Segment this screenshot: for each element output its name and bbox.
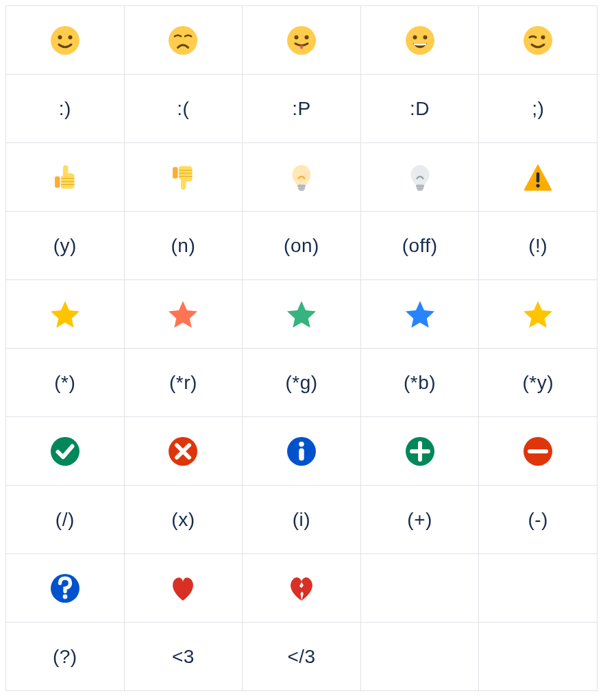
grin-icon-cell [360, 6, 479, 75]
shortcut-text: (!) [528, 235, 547, 256]
svg-point-6 [304, 35, 308, 39]
minus-icon-cell [479, 417, 598, 486]
warning-icon-cell [479, 143, 598, 212]
shortcut-text: :( [177, 98, 189, 119]
star-yellow2-icon-cell [479, 280, 598, 349]
shortcut-cell: :( [124, 75, 243, 143]
shortcut-text: ;) [532, 98, 544, 119]
sad-icon-cell [124, 6, 243, 75]
heart-icon [125, 555, 242, 621]
empty-cell-4-3-cell [360, 554, 479, 623]
sad-icon [125, 7, 242, 73]
shortcut-cell: (x) [124, 486, 243, 554]
shortcut-cell: (+) [360, 486, 479, 554]
shortcut-text: :) [59, 98, 71, 119]
shortcut-cell [360, 623, 479, 691]
shortcut-text: (*b) [404, 372, 436, 393]
thumbs-down-icon [125, 144, 242, 210]
shortcut-text: (*g) [285, 372, 317, 393]
star-green-icon-cell [243, 280, 361, 349]
svg-point-4 [287, 26, 316, 55]
svg-point-25 [299, 441, 304, 447]
question-icon [7, 555, 123, 621]
shortcut-text: <3 [172, 646, 195, 667]
svg-point-5 [294, 35, 298, 39]
shortcut-cell: (y) [6, 212, 125, 280]
shortcut-cell: (*) [6, 349, 125, 417]
shortcut-text: (*y) [522, 372, 554, 393]
svg-rect-12 [55, 176, 60, 188]
tongue-icon [243, 7, 360, 73]
shortcut-text: (-) [528, 509, 547, 530]
wink-icon [480, 7, 596, 73]
shortcut-cell: (off) [360, 212, 479, 280]
shortcut-text: (/) [56, 509, 75, 530]
svg-rect-18 [416, 187, 423, 189]
svg-point-7 [406, 26, 434, 55]
shortcut-cell: (*b) [360, 349, 479, 417]
svg-point-22 [51, 437, 79, 466]
shortcut-text: (x) [171, 509, 195, 530]
svg-rect-14 [297, 184, 306, 187]
svg-point-1 [58, 35, 62, 39]
thumbs-up-icon [7, 144, 123, 210]
empty [480, 555, 596, 621]
shortcut-cell: (i) [243, 486, 361, 554]
warning-icon [480, 144, 596, 210]
star-red-icon-cell [124, 280, 243, 349]
star-yellow2-icon [480, 281, 596, 347]
shortcut-text: (+) [407, 509, 432, 530]
shortcut-cell: :) [6, 75, 125, 143]
thumbs-up-icon-cell [6, 143, 125, 212]
shortcut-cell: (*g) [243, 349, 361, 417]
star-yellow-icon-cell [6, 280, 125, 349]
shortcut-cell: (*y) [479, 349, 598, 417]
shortcut-cell: (on) [243, 212, 361, 280]
thumbs-down-icon-cell [124, 143, 243, 212]
cross-icon [125, 418, 242, 484]
shortcut-text: </3 [287, 646, 315, 667]
svg-point-30 [62, 594, 67, 599]
emoticon-table: :):(:P:D;)(y)(n)(on)(off)(!)(*)(*r)(*g)(… [5, 5, 598, 691]
shortcut-cell: (n) [124, 212, 243, 280]
svg-point-0 [51, 26, 79, 55]
question-icon-cell [6, 554, 125, 623]
shortcut-cell: (*r) [124, 349, 243, 417]
check-icon-cell [6, 417, 125, 486]
shortcut-cell: </3 [243, 623, 361, 691]
svg-rect-17 [416, 184, 424, 187]
lightbulb-off-icon-cell [360, 143, 479, 212]
shortcut-cell: <3 [124, 623, 243, 691]
star-blue-icon-cell [360, 280, 479, 349]
shortcut-text: (*r) [169, 372, 197, 393]
tongue-icon-cell [243, 6, 361, 75]
shortcut-text: (n) [171, 235, 196, 256]
svg-point-8 [413, 35, 417, 39]
svg-rect-20 [537, 172, 540, 182]
shortcut-cell: (-) [479, 486, 598, 554]
star-green-icon [243, 281, 360, 347]
shortcut-cell: (?) [6, 623, 125, 691]
lightbulb-on-icon [243, 144, 360, 210]
svg-point-3 [169, 26, 197, 55]
svg-point-2 [68, 35, 72, 39]
svg-rect-16 [299, 189, 304, 190]
shortcut-cell: (!) [479, 212, 598, 280]
wink-icon-cell [479, 6, 598, 75]
svg-rect-19 [417, 189, 423, 190]
check-icon [7, 418, 123, 484]
shortcut-cell: :D [360, 75, 479, 143]
grin-icon [362, 7, 478, 73]
cross-icon-cell [124, 417, 243, 486]
star-blue-icon [362, 281, 478, 347]
empty [362, 555, 478, 621]
svg-rect-15 [298, 187, 306, 189]
plus-icon-cell [360, 417, 479, 486]
shortcut-cell [479, 623, 598, 691]
star-yellow-icon [7, 281, 123, 347]
lightbulb-on-icon-cell [243, 143, 361, 212]
shortcut-text: (y) [53, 235, 77, 256]
shortcut-cell: :P [243, 75, 361, 143]
shortcut-text: (i) [293, 509, 310, 530]
smile-icon [7, 7, 123, 73]
